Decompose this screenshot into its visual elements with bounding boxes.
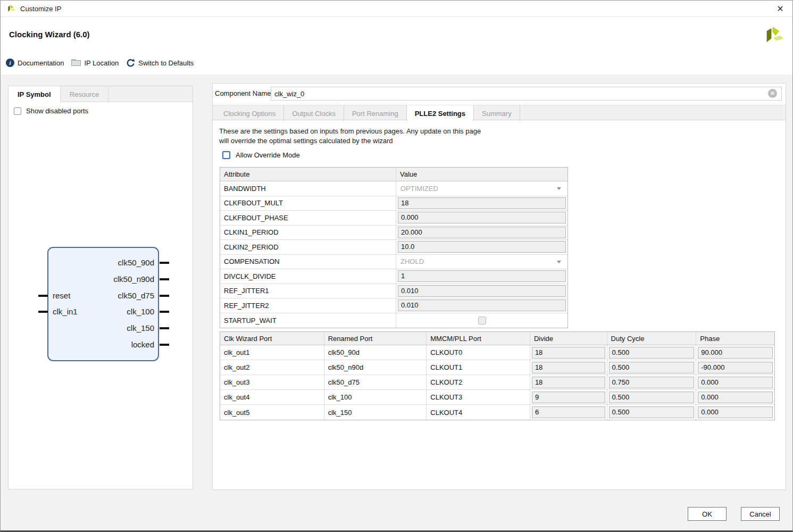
tab-port-renaming[interactable]: Port Renaming bbox=[344, 105, 407, 121]
table-row: clk_out1 clk50_90d CLKOUT0 18 0.500 90.0… bbox=[220, 345, 774, 360]
attribute-table: Attribute Value BANDWIDTH OPTIMIZED CLKF… bbox=[220, 167, 568, 328]
ip-symbol-panel: IP Symbol Resource Show disabled ports r… bbox=[8, 86, 193, 489]
attribute-table-header: Attribute Value bbox=[220, 168, 567, 181]
duty-cycle-input[interactable]: 0.750 bbox=[609, 377, 695, 388]
switch-to-defaults-button[interactable]: Switch to Defaults bbox=[126, 59, 194, 68]
divclk-divide-input[interactable]: 1 bbox=[398, 270, 566, 282]
cell-mmcm: CLKOUT0 bbox=[427, 345, 530, 360]
cell-mmcm: CLKOUT1 bbox=[427, 360, 530, 375]
info-icon: i bbox=[6, 59, 14, 67]
documentation-label: Documentation bbox=[18, 59, 64, 67]
cell-port: clk_out1 bbox=[220, 345, 324, 360]
duty-cycle-input[interactable]: 0.500 bbox=[609, 406, 695, 418]
startup-wait-checkbox[interactable] bbox=[478, 317, 486, 325]
ref-jitter1-input[interactable]: 0.010 bbox=[398, 285, 566, 297]
attr-name: CLKFBOUT_PHASE bbox=[220, 211, 396, 225]
settings-tab-bar: Clocking Options Output Clocks Port Rena… bbox=[213, 105, 786, 120]
component-name-label: Component Name bbox=[215, 89, 271, 97]
attr-name: BANDWIDTH bbox=[220, 181, 396, 196]
port-stub-reset bbox=[38, 295, 48, 297]
ok-button[interactable]: OK bbox=[688, 507, 727, 521]
cell-renamed: clk50_90d bbox=[324, 345, 427, 360]
clkfbout-phase-input[interactable]: 0.000 bbox=[398, 212, 566, 223]
table-row: DIVCLK_DIVIDE 1 bbox=[220, 269, 567, 284]
cancel-button[interactable]: Cancel bbox=[741, 507, 780, 521]
compensation-dropdown[interactable]: ZHOLD bbox=[396, 255, 567, 269]
ip-location-label: IP Location bbox=[84, 59, 119, 67]
tab-output-clocks[interactable]: Output Clocks bbox=[284, 105, 344, 121]
clkin1-period-input[interactable]: 20.000 bbox=[398, 227, 566, 238]
clkfbout-mult-input[interactable]: 18 bbox=[398, 197, 566, 209]
tab-resource[interactable]: Resource bbox=[61, 86, 109, 103]
attr-name: STARTUP_WAIT bbox=[220, 313, 396, 328]
port-label-clk-150: clk_150 bbox=[69, 323, 154, 334]
port-label-clk50-90d: clk50_90d bbox=[69, 257, 154, 268]
cell-port: clk_out2 bbox=[220, 360, 324, 375]
port-stub-clk50-90d bbox=[160, 262, 169, 264]
attr-name: REF_JITTER1 bbox=[220, 284, 396, 298]
table-row: clk_out4 clk_100 CLKOUT3 9 0.500 0.000 bbox=[220, 390, 774, 405]
clkin2-period-input[interactable]: 10.0 bbox=[398, 241, 566, 253]
show-disabled-ports-checkbox[interactable] bbox=[14, 107, 21, 115]
phase-input[interactable]: -90.000 bbox=[698, 362, 773, 373]
cell-renamed: clk_150 bbox=[324, 405, 427, 420]
tab-plle2-settings[interactable]: PLLE2 Settings bbox=[407, 105, 474, 121]
info-text-line2: will override the optimal settings calcu… bbox=[219, 137, 393, 145]
clear-icon[interactable]: ✕ bbox=[768, 89, 777, 98]
divide-input[interactable]: 18 bbox=[532, 362, 605, 373]
xilinx-logo bbox=[762, 24, 784, 46]
table-row: REF_JITTER2 0.010 bbox=[220, 298, 567, 313]
divide-input[interactable]: 9 bbox=[532, 392, 605, 403]
attribute-header-cell: Attribute bbox=[220, 168, 396, 181]
port-label-locked: locked bbox=[69, 339, 154, 350]
documentation-button[interactable]: i Documentation bbox=[6, 59, 64, 67]
port-label-clk50-n90d: clk50_n90d bbox=[69, 274, 154, 285]
port-label-clk50-d75: clk50_d75 bbox=[69, 290, 154, 301]
show-disabled-ports-row[interactable]: Show disabled ports bbox=[14, 107, 88, 115]
header-clk-wizard-port: Clk Wizard Port bbox=[220, 332, 324, 345]
duty-cycle-input[interactable]: 0.500 bbox=[609, 362, 695, 373]
port-stub-locked bbox=[160, 344, 169, 346]
allow-override-label: Allow Override Mode bbox=[236, 151, 300, 159]
phase-input[interactable]: 0.000 bbox=[698, 406, 773, 418]
close-icon[interactable]: ✕ bbox=[774, 3, 786, 14]
table-row: CLKFBOUT_MULT 18 bbox=[220, 196, 567, 211]
divide-input[interactable]: 18 bbox=[532, 377, 605, 388]
header-divide: Divide bbox=[530, 332, 607, 345]
header-phase: Phase bbox=[696, 332, 774, 345]
show-disabled-ports-label: Show disabled ports bbox=[26, 107, 88, 115]
table-row: STARTUP_WAIT bbox=[220, 313, 567, 328]
cell-renamed: clk50_n90d bbox=[324, 360, 427, 375]
window-title: Customize IP bbox=[20, 5, 61, 13]
cell-renamed: clk50_d75 bbox=[324, 375, 427, 389]
cell-port: clk_out3 bbox=[220, 375, 324, 389]
table-row: BANDWIDTH OPTIMIZED bbox=[220, 181, 567, 196]
tab-clocking-options[interactable]: Clocking Options bbox=[215, 105, 284, 121]
table-row: CLKIN2_PERIOD 10.0 bbox=[220, 240, 567, 255]
ref-jitter2-input[interactable]: 0.010 bbox=[398, 300, 566, 311]
tab-ip-symbol[interactable]: IP Symbol bbox=[9, 86, 61, 103]
attr-name: DIVCLK_DIVIDE bbox=[220, 269, 396, 284]
component-name-input[interactable] bbox=[271, 87, 782, 101]
divide-input[interactable]: 18 bbox=[532, 347, 605, 359]
tab-summary[interactable]: Summary bbox=[474, 105, 520, 121]
duty-cycle-input[interactable]: 0.500 bbox=[609, 347, 695, 359]
value-header-cell: Value bbox=[396, 168, 567, 181]
page-title: Clocking Wizard (6.0) bbox=[9, 30, 90, 39]
phase-input[interactable]: 0.000 bbox=[698, 377, 773, 388]
bandwidth-dropdown[interactable]: OPTIMIZED bbox=[396, 181, 567, 196]
divide-input[interactable]: 6 bbox=[532, 406, 605, 418]
port-stub-clk-in1 bbox=[38, 311, 48, 313]
ports-table-header: Clk Wizard Port Renamed Port MMCM/PLL Po… bbox=[220, 332, 774, 345]
ip-location-button[interactable]: IP Location bbox=[71, 59, 119, 67]
chevron-down-icon bbox=[557, 187, 561, 190]
phase-input[interactable]: 0.000 bbox=[698, 392, 773, 403]
phase-input[interactable]: 90.000 bbox=[698, 347, 773, 359]
info-text-line1: These are the settings based on inputs f… bbox=[219, 127, 481, 135]
allow-override-checkbox[interactable] bbox=[222, 151, 230, 159]
allow-override-row[interactable]: Allow Override Mode bbox=[222, 151, 300, 159]
switch-defaults-label: Switch to Defaults bbox=[138, 59, 194, 67]
duty-cycle-input[interactable]: 0.500 bbox=[609, 392, 695, 403]
clk-ports-table: Clk Wizard Port Renamed Port MMCM/PLL Po… bbox=[220, 331, 775, 420]
attr-name: COMPENSATION bbox=[220, 255, 396, 269]
